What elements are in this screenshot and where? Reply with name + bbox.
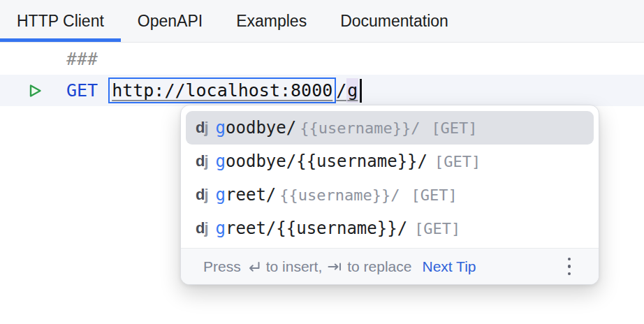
matched-prefix: g <box>216 152 226 171</box>
type-text: [GET] <box>431 119 477 137</box>
type-text: [GET] <box>414 220 460 237</box>
tab-openapi[interactable]: OpenAPI <box>121 0 219 42</box>
item-text: reet/{{username}}/ <box>226 219 407 238</box>
item-text: reet/ <box>226 185 276 205</box>
completion-item-greet-full[interactable]: dj g reet/{{username}}/ [GET] <box>186 212 594 245</box>
completion-prefix: g <box>346 78 358 103</box>
http-method: GET <box>66 80 98 101</box>
request-line[interactable]: GET http://localhost:8000 / g <box>0 75 644 106</box>
type-text: [GET] <box>434 153 481 170</box>
editor-area[interactable]: ### GET http://localhost:8000 / g <box>0 43 644 106</box>
matched-prefix: g <box>216 219 226 238</box>
completion-popup: dj g oodbye/ {{username}}/ [GET] dj g oo… <box>180 105 599 285</box>
type-text: [GET] <box>411 186 457 204</box>
text-caret <box>360 79 362 103</box>
django-icon: dj <box>196 219 208 237</box>
request-separator-line[interactable]: ### <box>0 43 644 75</box>
completion-list: dj g oodbye/ {{username}}/ [GET] dj g oo… <box>181 111 599 245</box>
completion-item-goodbye-full[interactable]: dj g oodbye/{{username}}/ [GET] <box>186 145 594 178</box>
completion-item-greet-segment[interactable]: dj g reet/ {{username}}/ [GET] <box>186 178 594 212</box>
request-url: http://localhost:8000 <box>112 80 332 101</box>
next-tip-link[interactable]: Next Tip <box>422 258 476 275</box>
tail-text: {{username}}/ <box>300 119 420 137</box>
tail-text: {{username}}/ <box>279 186 400 204</box>
url-selection-box: http://localhost:8000 <box>108 78 336 103</box>
completion-item-goodbye-segment[interactable]: dj g oodbye/ {{username}}/ [GET] <box>186 111 594 145</box>
kebab-menu-icon[interactable] <box>565 255 574 279</box>
django-icon: dj <box>196 152 208 170</box>
run-request-button[interactable] <box>25 81 45 101</box>
item-text: oodbye/ <box>226 118 296 138</box>
tab-examples[interactable]: Examples <box>219 0 323 42</box>
keyboard-hint: Press to insert, to replace <box>203 258 411 275</box>
run-icon <box>25 81 45 101</box>
hint-press-label: Press <box>203 258 241 275</box>
hint-replace-label: to replace <box>347 258 411 275</box>
item-text: oodbye/{{username}}/ <box>226 152 427 171</box>
tab-key-icon <box>327 260 342 274</box>
matched-prefix: g <box>216 118 226 138</box>
django-icon: dj <box>196 186 208 204</box>
typed-separator: / <box>336 80 346 101</box>
completion-footer: Press to insert, to replace Next Tip <box>181 248 599 284</box>
return-key-icon <box>246 260 261 274</box>
matched-prefix: g <box>216 185 226 205</box>
hint-insert-label: to insert, <box>266 258 323 275</box>
comment-text: ### <box>66 49 98 69</box>
editor-tab-bar: HTTP Client OpenAPI Examples Documentati… <box>0 0 644 43</box>
tab-documentation[interactable]: Documentation <box>323 0 465 42</box>
tab-http-client[interactable]: HTTP Client <box>0 0 121 42</box>
django-icon: dj <box>196 119 208 137</box>
http-client-window: HTTP Client OpenAPI Examples Documentati… <box>0 0 644 324</box>
